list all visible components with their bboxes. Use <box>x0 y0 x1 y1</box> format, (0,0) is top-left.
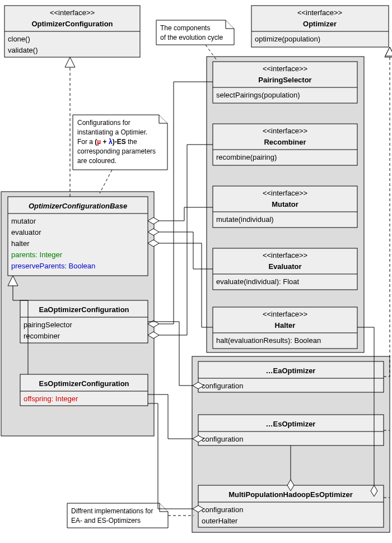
svg-text:OptimizerConfiguration: OptimizerConfiguration <box>31 20 113 28</box>
svg-text:configuration: configuration <box>202 435 243 443</box>
svg-text:<<interface>>: <<interface>> <box>50 8 95 17</box>
svg-marker-82 <box>385 47 392 56</box>
svg-text:<<interface>>: <<interface>> <box>263 310 307 318</box>
optimizer-class: <<interface>> Optimizer optimize(populat… <box>251 6 389 47</box>
optimizer-config-base-class: OptimizerConfigurationBase mutator evalu… <box>8 197 148 276</box>
svg-text:…EaOptimizer: …EaOptimizer <box>266 366 316 375</box>
svg-text:clone(): clone() <box>8 35 30 43</box>
optimizer-configuration-class: <<interface>> OptimizerConfiguration clo… <box>4 6 140 57</box>
svg-text:mutator: mutator <box>11 217 36 225</box>
svg-marker-79 <box>65 57 75 67</box>
evaluator-class: <<interface>> Evaluator evaluate(individ… <box>213 248 357 290</box>
svg-text:configuration: configuration <box>202 382 243 390</box>
note-configurations: Configurations for instantiating a Optim… <box>73 115 167 170</box>
svg-text:are coloured.: are coloured. <box>77 157 116 165</box>
svg-text:PairingSelector: PairingSelector <box>258 76 311 84</box>
svg-text:Recombiner: Recombiner <box>264 138 306 146</box>
svg-text:optimize(population): optimize(population) <box>255 35 320 43</box>
svg-text:Diffrent implementations for: Diffrent implementations for <box>71 507 153 515</box>
ea-optimizer-config-class: EaOptimizerConfiguration pairingSelector… <box>20 300 148 343</box>
recombiner-class: <<interface>> Recombiner recombine(pairi… <box>213 124 357 165</box>
svg-text:corresponding parameters: corresponding parameters <box>77 147 156 155</box>
svg-text:EA- and ES-Optimizers: EA- and ES-Optimizers <box>71 517 141 525</box>
svg-text:MultiPopulationHadoopEsOptimiz: MultiPopulationHadoopEsOptimizer <box>228 490 353 499</box>
svg-text:instantiating a Optimier.: instantiating a Optimier. <box>77 128 147 136</box>
svg-text:evaluate(individual): Float: evaluate(individual): Float <box>216 277 300 286</box>
svg-line-19 <box>100 170 112 193</box>
svg-text:For a (µ + λ)-ES the: For a (µ + λ)-ES the <box>77 138 137 146</box>
svg-text:recombiner: recombiner <box>24 332 60 340</box>
svg-text:recombine(pairing): recombine(pairing) <box>216 153 277 161</box>
svg-text:mutate(individual): mutate(individual) <box>216 215 274 224</box>
svg-text:Mutator: Mutator <box>272 200 298 208</box>
es-optimizer-class: …EsOptimizer configuration <box>198 415 384 445</box>
svg-text:selectPairings(population): selectPairings(population) <box>216 91 300 99</box>
svg-text:<<interface>>: <<interface>> <box>263 189 307 197</box>
svg-text:evaluator: evaluator <box>11 228 41 236</box>
multipop-optimizer-class: MultiPopulationHadoopEsOptimizer configu… <box>198 485 384 527</box>
svg-text:validate(): validate() <box>8 46 38 54</box>
es-optimizer-config-class: EsOptimizerConfiguration offspring: Inte… <box>20 374 148 406</box>
svg-text:The components: The components <box>160 24 210 32</box>
ea-optimizer-class: …EaOptimizer configuration <box>198 361 384 392</box>
note-optimizers: Diffrent implementations for EA- and ES-… <box>67 503 168 528</box>
svg-text:parents: Integer: parents: Integer <box>11 250 63 259</box>
pairing-selector-class: <<interface>> PairingSelector selectPair… <box>213 62 357 103</box>
svg-text:configuration: configuration <box>202 505 243 514</box>
svg-text:preserveParents: Boolean: preserveParents: Boolean <box>11 262 95 270</box>
svg-text:offspring: Integer: offspring: Integer <box>24 395 78 403</box>
svg-text:OptimizerConfigurationBase: OptimizerConfigurationBase <box>29 202 127 210</box>
svg-text:<<interface>>: <<interface>> <box>263 251 307 259</box>
svg-text:<<interface>>: <<interface>> <box>297 8 342 17</box>
svg-text:EsOptimizerConfiguration: EsOptimizerConfiguration <box>39 379 129 388</box>
svg-text:Optimizer: Optimizer <box>303 20 337 28</box>
svg-text:of the evolution cycle: of the evolution cycle <box>160 34 223 41</box>
svg-text:halt(evaluationResults): Boole: halt(evaluationResults): Boolean <box>216 336 321 345</box>
svg-text:halter: halter <box>11 239 30 248</box>
svg-text:Halter: Halter <box>275 321 296 329</box>
mutator-class: <<interface>> Mutator mutate(individual) <box>213 186 357 228</box>
svg-text:…EsOptimizer: …EsOptimizer <box>266 420 316 428</box>
svg-text:<<interface>>: <<interface>> <box>263 64 307 73</box>
note-evolution-cycle: The components of the evolution cycle <box>156 20 234 45</box>
svg-text:pairingSelector: pairingSelector <box>24 321 72 329</box>
svg-text:<<interface>>: <<interface>> <box>263 127 307 135</box>
svg-text:outerHalter: outerHalter <box>202 517 238 525</box>
svg-text:Evaluator: Evaluator <box>268 262 301 271</box>
svg-text:Configurations for: Configurations for <box>77 119 130 127</box>
svg-text:EaOptimizerConfiguration: EaOptimizerConfiguration <box>39 305 129 314</box>
halter-class: <<interface>> Halter halt(evaluationResu… <box>213 307 357 349</box>
